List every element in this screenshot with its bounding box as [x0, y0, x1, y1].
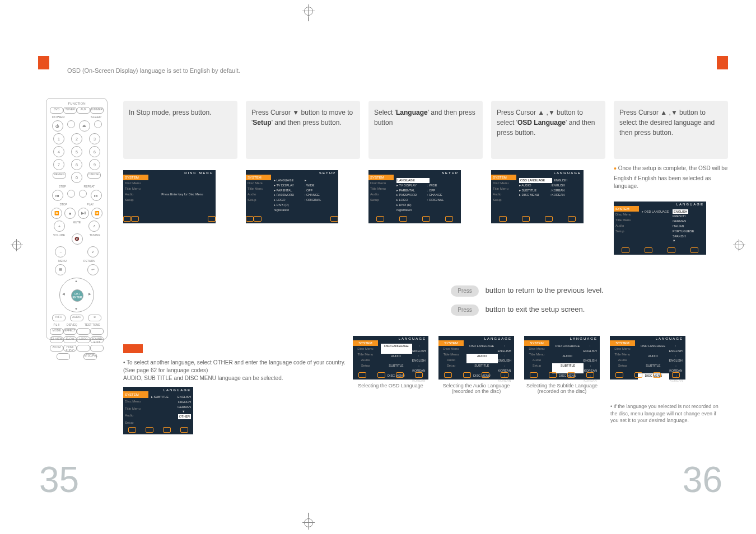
step-4: Press Cursor ▲ ,▼ button to select 'OSD …	[491, 101, 605, 255]
osd-tab: Title Menu	[246, 186, 271, 191]
osd-tab: Audio	[614, 223, 639, 228]
osd-body: ▸ OSD LANGUAGEENGLISH FRENCHGERMANITALIA…	[642, 209, 704, 244]
steps-row: In Stop mode, press button. DISC MENU SY…	[123, 101, 728, 255]
other-note-text: To select another language, select OTHER…	[123, 359, 346, 381]
subt-btn: ⊕	[88, 315, 101, 321]
footnote-text: If the language you selected is not reco…	[610, 404, 718, 423]
osd-tab: Disc Menu	[614, 212, 639, 217]
osd-body: LANGUAGE ▸ TV DISPLAY: WIDE▸ PARENTAL: O…	[396, 178, 459, 213]
osd-tab: Title Menu	[491, 186, 516, 191]
minus-icon: −	[55, 246, 66, 257]
num-2: 2	[71, 133, 82, 144]
enter-button: OK / ENTER	[71, 289, 83, 302]
osd-tab: SYSTEM	[246, 175, 271, 180]
pill-tuner: TUNER	[63, 107, 77, 114]
num-9: 9	[89, 159, 100, 170]
osd-screenshot-3: SETUP SYSTEM Disc Menu Title Menu Audio …	[368, 170, 461, 223]
osd-screenshot: LANGUAGE SYSTEM Disc MenuTitle MenuAudio…	[353, 336, 428, 380]
osd-row: FRENCH	[178, 400, 191, 405]
footnote: • If the language you selected is not re…	[610, 403, 722, 424]
btn	[77, 345, 90, 352]
step-2: Press Cursor ▼ button to move to 'Setup'…	[246, 101, 360, 255]
slow-btn: SLOW	[63, 336, 77, 343]
eject-icon: ⏏	[79, 120, 90, 132]
osd-body: OSD LANGUAGE: ENGLISH▸ AUDIO: ENGLISH▸ S…	[519, 178, 581, 198]
return-label: RETURN	[83, 259, 95, 263]
zoom-btn: ZOOM	[50, 345, 63, 352]
menu-icon: ☰	[55, 264, 66, 275]
remote-illustration: FUNCTION DVD TUNER AUX DIMMER POWER SLEE…	[46, 98, 108, 340]
osd-tab: Setup	[368, 197, 394, 203]
num-0: 0	[71, 172, 82, 183]
osd-header: LANGUAGE	[554, 171, 581, 175]
osd-tab: SYSTEM	[368, 175, 394, 180]
osd-screenshot-2: SETUP SYSTEM Disc Menu Title Menu Audio …	[246, 170, 338, 223]
step3-text: Select '	[374, 109, 396, 116]
num-4: 4	[53, 146, 64, 157]
play-label: PLAY	[87, 203, 94, 206]
step-1: In Stop mode, press button. DISC MENU SY…	[123, 101, 237, 255]
osd-body: ▸ LANGUAGE▸▸ TV DISPLAY: WIDE▸ PARENTAL:…	[274, 178, 336, 213]
num-7: 7	[53, 159, 64, 170]
logo-btn: LOGO	[77, 336, 90, 343]
osd-tab: Disc Menu	[491, 180, 516, 186]
play-icon: ▶Ⅱ	[78, 208, 89, 219]
num-8: 8	[71, 159, 82, 170]
osd-row-sel: ENGLISH	[673, 209, 688, 214]
sedit-btn: SOUND EDIT	[90, 336, 104, 343]
osd-row: ENGLISH	[178, 395, 191, 400]
menu-label: MENU	[58, 259, 67, 263]
press-pill: Press	[451, 285, 479, 297]
function-label: FUNCTION	[50, 102, 104, 105]
osd-header: SETUP	[442, 171, 459, 175]
dsp-label: DSP/EQ	[67, 323, 77, 326]
power-label: POWER	[52, 115, 65, 119]
osd-tab: Disc Menu	[246, 180, 271, 186]
page-tab-right	[717, 56, 728, 69]
osd-screenshot-other: LANGUAGE SYSTEM Disc Menu Title Menu Aud…	[123, 387, 193, 434]
osd-tab: Disc Menu	[123, 398, 148, 405]
osd-tab: Setup	[123, 197, 148, 203]
step-5: Press Cursor ▲ ,▼ button to select the d…	[614, 101, 728, 255]
cursor-up-icon: ▲	[74, 279, 78, 283]
audio-btn: AUDIO	[70, 315, 83, 321]
osd-header: DISC MENU	[184, 171, 213, 175]
osd-row: ▼	[182, 409, 185, 414]
osd-row-sel: OTHER	[178, 414, 191, 419]
osd-screenshot-4: LANGUAGE SYSTEM Disc Menu Title Menu Aud…	[491, 170, 584, 223]
effect-btn: EFFECT	[63, 328, 77, 335]
selecting-examples: LANGUAGE SYSTEM Disc MenuTitle MenuAudio…	[353, 336, 685, 394]
ntsc-btn: NTSC/PAL	[83, 353, 97, 360]
pill-dimmer: DIMMER	[90, 107, 104, 114]
step5-note-text: Once the setup is complete, the OSD will…	[614, 165, 727, 189]
stop-icon: ■	[64, 208, 76, 219]
info-btn: INFO	[52, 315, 66, 321]
osd-tab: Setup	[123, 419, 148, 426]
mute-icon: 🔇	[72, 233, 83, 245]
other-language-note: • To select another language, select OTH…	[123, 344, 358, 434]
press-pill: Press	[451, 305, 479, 316]
num-1: 1	[53, 133, 64, 144]
osd-screenshot: LANGUAGE SYSTEM Disc MenuTitle MenuAudio…	[438, 336, 514, 380]
osd-tab: Audio	[246, 191, 271, 197]
osd-screenshot: LANGUAGE SYSTEM Disc MenuTitle MenuAudio…	[524, 336, 600, 380]
num-6: 6	[89, 146, 100, 157]
ezv-btn: EZ VIEW	[50, 336, 63, 343]
page-number-right: 36	[683, 459, 722, 500]
stop-label: STOP	[60, 203, 68, 206]
example-col: LANGUAGE SYSTEM Disc MenuTitle MenuAudio…	[610, 336, 685, 394]
step5-text: Press Cursor ▲ ,▼ button to select the d…	[619, 109, 715, 137]
osd-header: LANGUAGE	[164, 388, 191, 392]
return-text: button to return to the previous level.	[486, 286, 604, 294]
osd-tab: Setup	[614, 228, 639, 234]
osd-tab: SYSTEM	[123, 391, 148, 398]
plus-icon: +	[54, 221, 65, 232]
rew-icon: ⏪	[51, 208, 62, 219]
mode-btn: MODE	[50, 328, 63, 335]
osd-tab: Title Menu	[368, 186, 394, 191]
osd-tab: Setup	[491, 197, 516, 203]
osd-tab: SYSTEM	[614, 206, 639, 212]
btn	[90, 328, 104, 335]
example-caption: Selecting the Audio Language (recorded o…	[438, 383, 514, 394]
repeat-label: REPEAT	[84, 185, 95, 188]
